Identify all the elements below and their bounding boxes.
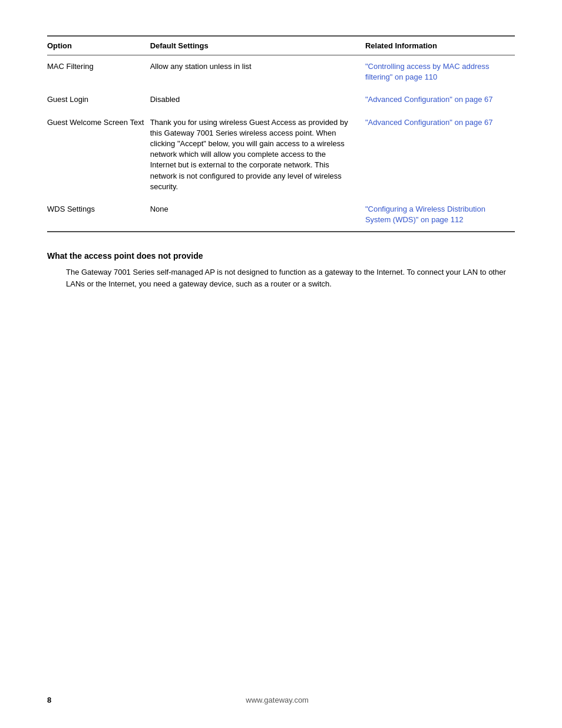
cell-option: Guest Welcome Screen Text — [47, 111, 150, 198]
related-link[interactable]: "Advanced Configuration" on page 67 — [365, 95, 493, 104]
table-row: Guest Welcome Screen TextThank you for u… — [47, 111, 515, 198]
cell-related[interactable]: "Configuring a Wireless Distribution Sys… — [365, 198, 515, 232]
col-header-related: Related Information — [365, 36, 515, 55]
cell-related[interactable]: "Advanced Configuration" on page 67 — [365, 111, 515, 198]
related-link[interactable]: "Advanced Configuration" on page 67 — [365, 118, 493, 127]
table-row: WDS SettingsNone"Configuring a Wireless … — [47, 198, 515, 232]
section-heading: What the access point does not provide — [47, 251, 515, 261]
footer-url: www.gateway.com — [51, 696, 503, 704]
cell-related[interactable]: "Controlling access by MAC address filte… — [365, 55, 515, 89]
cell-default: Disabled — [150, 88, 365, 111]
settings-table: Option Default Settings Related Informat… — [47, 35, 515, 232]
table-row: MAC FilteringAllow any station unless in… — [47, 55, 515, 89]
footer-page-number: 8 — [47, 696, 51, 704]
cell-default: Thank you for using wireless Guest Acces… — [150, 111, 365, 198]
cell-option: MAC Filtering — [47, 55, 150, 89]
cell-option: WDS Settings — [47, 198, 150, 232]
page-content: Option Default Settings Related Informat… — [47, 35, 515, 289]
cell-related[interactable]: "Advanced Configuration" on page 67 — [365, 88, 515, 111]
cell-default: None — [150, 198, 365, 232]
col-header-default: Default Settings — [150, 36, 365, 55]
cell-default: Allow any station unless in list — [150, 55, 365, 89]
section-body: The Gateway 7001 Series self-managed AP … — [66, 266, 515, 289]
what-ap-does-not-provide-section: What the access point does not provide T… — [47, 251, 515, 289]
col-header-option: Option — [47, 36, 150, 55]
cell-option: Guest Login — [47, 88, 150, 111]
page-footer: 8 www.gateway.com — [0, 696, 562, 704]
related-link[interactable]: "Controlling access by MAC address filte… — [365, 62, 490, 81]
related-link[interactable]: "Configuring a Wireless Distribution Sys… — [365, 205, 485, 224]
table-row: Guest LoginDisabled"Advanced Configurati… — [47, 88, 515, 111]
